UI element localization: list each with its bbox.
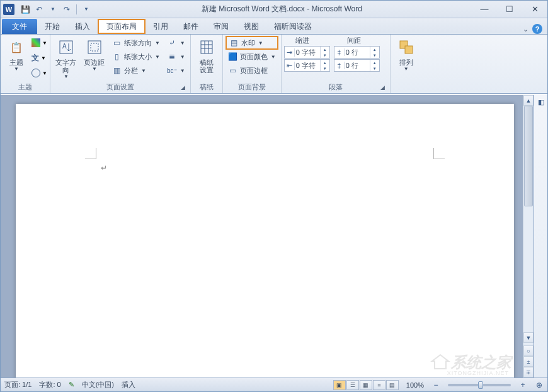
stepper-down-icon[interactable]: ▼ <box>370 65 379 71</box>
indent-left-input[interactable]: ⇥ 0 字符 ▲▼ <box>284 46 330 59</box>
tab-review[interactable]: 审阅 <box>206 19 236 34</box>
zoom-fit-button[interactable]: ⊕ <box>535 381 544 389</box>
theme-effects-button[interactable]: ▼ <box>31 66 47 80</box>
insert-mode[interactable]: 插入 <box>122 380 135 389</box>
tab-foxit-reader[interactable]: 福昕阅读器 <box>266 19 319 34</box>
themes-button[interactable]: 📋 主题 ▼ <box>3 36 30 73</box>
hyphenation-button[interactable]: bc⁻ ▼ <box>164 64 188 77</box>
word-count[interactable]: 字数: 0 <box>39 380 60 389</box>
zoom-slider-thumb[interactable] <box>478 381 483 389</box>
scroll-down-button[interactable]: ▼ <box>523 332 534 343</box>
zoom-slider[interactable] <box>448 384 511 386</box>
line-numbers-icon: ≣ <box>167 52 177 62</box>
space-after-input[interactable]: ‡ 0 行 ▲▼ <box>334 59 380 72</box>
minimize-ribbon-icon[interactable]: ⌄ <box>523 25 528 33</box>
stepper-up-icon[interactable]: ▲ <box>370 60 379 65</box>
draft-view-button[interactable]: ▤ <box>386 380 399 390</box>
group-label: 稿纸 <box>193 82 220 92</box>
page[interactable]: ↵ <box>16 104 514 378</box>
columns-button[interactable]: ▥ 分栏 ▼ <box>110 64 163 77</box>
stepper-up-icon[interactable]: ▲ <box>321 60 329 65</box>
scroll-thumb[interactable] <box>524 106 533 206</box>
arrange-button[interactable]: 排列 ▼ <box>393 36 420 73</box>
window-controls: — ☐ ✕ <box>472 2 547 17</box>
tab-label: 福昕阅读器 <box>274 21 312 32</box>
proofing-status[interactable]: ✎ <box>69 381 74 389</box>
tab-insert[interactable]: 插入 <box>67 19 98 34</box>
margins-button[interactable]: 页边距 ▼ <box>81 36 108 73</box>
zoom-level[interactable]: 100% <box>406 381 424 389</box>
input-value: 0 行 <box>345 61 370 70</box>
title-bar: W 💾 ↶ ▼ ↷ ▼ 新建 Microsoft Word 文档.docx - … <box>1 1 547 18</box>
group-page-background: ▤ 水印 ▼ 🟦 页面颜色 ▼ ▭ 页面边框 页面背景 <box>223 35 282 93</box>
page-indicator[interactable]: 页面: 1/1 <box>4 380 31 389</box>
svg-rect-2 <box>88 41 101 53</box>
zoom-out-button[interactable]: − <box>431 381 440 389</box>
chevron-down-icon: ▼ <box>42 40 47 46</box>
input-value: 0 字符 <box>295 48 320 57</box>
chevron-down-icon: ▼ <box>64 74 69 79</box>
side-tool-panel: ◧ <box>534 95 547 378</box>
proofing-icon: ✎ <box>69 381 74 389</box>
tab-home[interactable]: 开始 <box>37 19 67 34</box>
tab-view[interactable]: 视图 <box>236 19 266 34</box>
close-button[interactable]: ✕ <box>522 2 547 17</box>
page-borders-button[interactable]: ▭ 页面边框 <box>225 64 278 77</box>
chevron-down-icon[interactable]: ▼ <box>81 4 92 15</box>
theme-fonts-button[interactable]: 文▼ <box>31 51 47 65</box>
effects-icon <box>31 69 40 77</box>
document-viewport[interactable]: ↵ 系统之家 XITONGZHIJIA.NET <box>1 95 523 378</box>
scroll-up-button[interactable]: ▲ <box>523 95 534 106</box>
watermark-button[interactable]: ▤ 水印 ▼ <box>225 36 278 50</box>
minimize-button[interactable]: — <box>472 2 497 17</box>
chevron-down-icon: ▼ <box>92 66 97 72</box>
dialog-launcher-icon[interactable]: ◢ <box>179 83 188 92</box>
button-label: 稿纸 设置 <box>200 59 214 74</box>
help-icon[interactable]: ? <box>532 24 542 34</box>
page-size-button[interactable]: ▯ 纸张大小 ▼ <box>110 50 163 64</box>
manuscript-settings-button[interactable]: 稿纸 设置 <box>193 36 220 75</box>
line-numbers-button[interactable]: ≣ ▼ <box>164 50 188 64</box>
web-layout-view-button[interactable]: ▦ <box>360 380 372 390</box>
theme-colors-button[interactable]: ▼ <box>31 36 47 50</box>
tab-file[interactable]: 文件 <box>2 19 37 34</box>
status-bar: 页面: 1/1 字数: 0 ✎ 中文(中国) 插入 ▣ ☰ ▦ ≡ ▤ 100%… <box>1 378 547 391</box>
next-page-button[interactable]: ∓ <box>523 367 534 378</box>
chevron-down-icon[interactable]: ▼ <box>47 4 59 15</box>
stepper-up-icon[interactable]: ▲ <box>321 47 329 52</box>
chevron-down-icon: ▼ <box>41 55 46 61</box>
prev-page-button[interactable]: ± <box>523 356 534 367</box>
stepper-down-icon[interactable]: ▼ <box>321 65 329 71</box>
tab-page-layout[interactable]: 页面布局 <box>98 19 146 34</box>
redo-icon[interactable]: ↷ <box>61 4 72 15</box>
maximize-button[interactable]: ☐ <box>497 2 522 17</box>
save-icon[interactable]: 💾 <box>20 4 31 15</box>
undo-icon[interactable]: ↶ <box>33 4 45 15</box>
chevron-down-icon: ▼ <box>180 68 185 74</box>
stepper-down-icon[interactable]: ▼ <box>370 52 379 58</box>
language-indicator[interactable]: 中文(中国) <box>82 380 114 389</box>
tab-references[interactable]: 引用 <box>146 19 176 34</box>
dialog-launcher-icon[interactable]: ◢ <box>379 83 387 92</box>
scroll-track[interactable] <box>523 106 534 332</box>
browse-object-button[interactable]: ○ <box>523 345 534 356</box>
breaks-button[interactable]: ⤶ ▼ <box>164 36 188 50</box>
margins-icon <box>84 37 105 57</box>
space-before-input[interactable]: ‡ 0 行 ▲▼ <box>334 46 380 59</box>
side-tool-icon[interactable]: ◧ <box>534 95 548 109</box>
tab-label: 引用 <box>153 21 168 32</box>
svg-rect-10 <box>405 46 413 53</box>
indent-right-input[interactable]: ⇤ 0 字符 ▲▼ <box>284 59 330 72</box>
vertical-scrollbar[interactable]: ▲ ▼ ○ ± ∓ <box>523 95 534 378</box>
tab-mailings[interactable]: 邮件 <box>176 19 206 34</box>
button-label: 纸张大小 <box>124 52 152 62</box>
outline-view-button[interactable]: ≡ <box>373 380 385 390</box>
stepper-down-icon[interactable]: ▼ <box>321 52 329 58</box>
text-direction-button[interactable]: A 文字方向 ▼ <box>53 36 79 81</box>
print-layout-view-button[interactable]: ▣ <box>333 380 346 390</box>
zoom-in-button[interactable]: + <box>518 381 527 389</box>
full-screen-view-button[interactable]: ☰ <box>346 380 359 390</box>
page-color-button[interactable]: 🟦 页面颜色 ▼ <box>225 50 278 64</box>
orientation-button[interactable]: ▭ 纸张方向 ▼ <box>110 36 163 50</box>
stepper-up-icon[interactable]: ▲ <box>370 47 379 52</box>
